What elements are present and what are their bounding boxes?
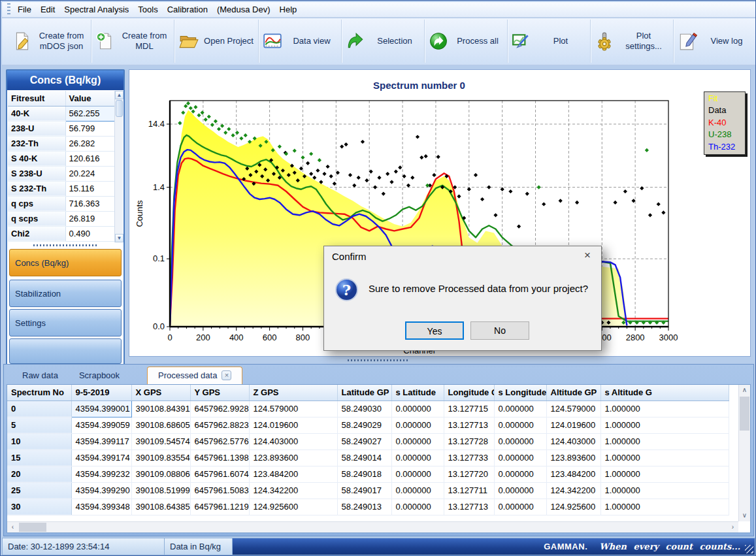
row-header-cell[interactable]: 10 bbox=[7, 433, 71, 450]
data-cell[interactable]: 58.249027 bbox=[337, 433, 391, 450]
data-cell[interactable]: 390108.84391 bbox=[131, 401, 190, 417]
menu-item-spectral-analysis[interactable]: Spectral Analysis bbox=[59, 3, 133, 16]
dialog-close-icon[interactable]: × bbox=[574, 246, 601, 266]
nav-button-stabilization[interactable]: Stabilization bbox=[9, 280, 122, 307]
row-header-cell[interactable]: 25 bbox=[7, 482, 71, 499]
data-cell[interactable]: 124.403000 bbox=[546, 433, 600, 450]
data-cell[interactable]: 0.000000 bbox=[391, 466, 444, 482]
data-cell[interactable]: 123.893600 bbox=[546, 450, 600, 466]
toolbar-button-open-project[interactable]: Open Project bbox=[174, 20, 258, 63]
data-cell[interactable]: 124.019600 bbox=[249, 417, 337, 433]
toolbar-button-create-from-mdl[interactable]: Create from MDL bbox=[91, 20, 174, 63]
tab-close-icon[interactable]: × bbox=[222, 370, 231, 380]
menu-item-help[interactable]: Help bbox=[275, 3, 302, 16]
data-cell[interactable]: 1.000000 bbox=[600, 482, 729, 499]
column-header[interactable]: Y GPS bbox=[190, 385, 249, 401]
no-button[interactable]: No bbox=[470, 321, 529, 340]
data-cell[interactable]: 0.000000 bbox=[494, 450, 546, 466]
scrollbar-thumb[interactable] bbox=[740, 397, 749, 431]
fitresult-scrollbar[interactable]: ▲ ▼ bbox=[114, 91, 123, 242]
data-cell[interactable]: 390109.83554 bbox=[131, 450, 190, 466]
data-cell[interactable]: 124.579000 bbox=[546, 401, 600, 417]
data-cell[interactable]: 0.000000 bbox=[494, 401, 546, 417]
data-cell[interactable]: 58.249018 bbox=[337, 466, 391, 482]
scroll-down-icon[interactable]: ▼ bbox=[115, 234, 123, 242]
column-header[interactable]: Altitude GP bbox=[546, 385, 600, 401]
toolbar-button-plot-settings[interactable]: Plot settings... bbox=[591, 20, 673, 63]
toolbar-button-selection[interactable]: Selection bbox=[342, 20, 424, 63]
data-cell[interactable]: 6457961.1219 bbox=[190, 499, 249, 515]
row-header-cell[interactable]: 20 bbox=[7, 466, 71, 482]
data-cell[interactable]: 0.000000 bbox=[391, 499, 444, 515]
data-cell[interactable]: 58.249017 bbox=[337, 482, 391, 499]
column-header[interactable]: Spectrum No bbox=[7, 385, 71, 401]
menu-grip-handle[interactable] bbox=[7, 3, 10, 15]
column-header[interactable]: 9-5-2019 bbox=[71, 385, 131, 401]
value-cell[interactable]: 562.255 bbox=[65, 106, 114, 121]
column-header[interactable]: X GPS bbox=[131, 385, 190, 401]
horizontal-splitter[interactable] bbox=[2, 357, 755, 363]
data-cell[interactable]: 0.000000 bbox=[494, 433, 546, 450]
data-cell[interactable]: 13.127715 bbox=[444, 401, 494, 417]
data-cell[interactable]: 43594.399232 bbox=[71, 466, 131, 482]
data-cell[interactable]: 124.342200 bbox=[546, 482, 600, 499]
tab-scrapbook[interactable]: Scrapbook bbox=[69, 367, 130, 384]
data-cell[interactable]: 1.000000 bbox=[600, 417, 729, 433]
scrollbar-thumb[interactable] bbox=[116, 100, 123, 117]
data-cell[interactable]: 58.249029 bbox=[337, 417, 391, 433]
scroll-right-icon[interactable]: › bbox=[727, 522, 738, 533]
nav-button-concs[interactable]: Concs (Bq/kg) bbox=[9, 249, 122, 276]
data-cell[interactable]: 0.000000 bbox=[494, 482, 546, 499]
value-cell[interactable]: 20.224 bbox=[65, 166, 114, 181]
value-cell[interactable]: 120.616 bbox=[65, 151, 114, 166]
data-cell[interactable]: 124.579000 bbox=[249, 401, 337, 417]
scroll-up-icon[interactable]: ▲ bbox=[115, 91, 123, 99]
data-cell[interactable]: 1.000000 bbox=[600, 499, 729, 515]
data-cell[interactable]: 0.000000 bbox=[391, 401, 444, 417]
value-cell[interactable]: 15.116 bbox=[65, 181, 114, 196]
menu-item-medusa-dev[interactable]: (Medusa Dev) bbox=[212, 3, 275, 16]
data-cell[interactable]: 0.000000 bbox=[391, 482, 444, 499]
resize-grip[interactable] bbox=[745, 545, 753, 553]
data-cell[interactable]: 13.127713 bbox=[444, 417, 494, 433]
data-cell[interactable]: 124.925600 bbox=[249, 499, 337, 515]
value-cell[interactable]: 26.282 bbox=[65, 136, 114, 151]
tab-processed-data[interactable]: Processed data × bbox=[147, 367, 242, 384]
data-cell[interactable]: 13.127713 bbox=[444, 499, 494, 515]
data-cell[interactable]: 390109.08806 bbox=[131, 466, 190, 482]
column-header[interactable]: Latitude GP bbox=[337, 385, 391, 401]
scroll-up-icon[interactable]: ∧ bbox=[739, 385, 750, 396]
data-cell[interactable]: 6457961.6074 bbox=[190, 466, 249, 482]
data-cell[interactable]: 13.127711 bbox=[444, 482, 494, 499]
data-cell[interactable]: 43594.399290 bbox=[71, 482, 131, 499]
data-cell[interactable]: 13.127720 bbox=[444, 466, 494, 482]
nav-button-settings[interactable]: Settings bbox=[9, 309, 122, 336]
data-cell[interactable]: 124.403000 bbox=[249, 433, 337, 450]
data-cell[interactable]: 390109.54574 bbox=[131, 433, 190, 450]
value-cell[interactable]: 56.799 bbox=[65, 121, 114, 136]
data-cell[interactable]: 6457962.9928 bbox=[190, 401, 249, 417]
data-cell[interactable]: 0.000000 bbox=[494, 466, 546, 482]
menu-item-edit[interactable]: Edit bbox=[36, 3, 59, 16]
value-cell[interactable]: 0.490 bbox=[65, 226, 114, 241]
data-cell[interactable]: 124.925600 bbox=[546, 499, 600, 515]
data-cell[interactable]: 390108.64385 bbox=[131, 499, 190, 515]
toolbar-button-process-all[interactable]: Process all bbox=[425, 20, 507, 63]
menu-item-tools[interactable]: Tools bbox=[133, 3, 162, 16]
table-vertical-scrollbar[interactable]: ∧ ∨ bbox=[738, 385, 750, 521]
data-cell[interactable]: 6457962.5776 bbox=[190, 433, 249, 450]
data-cell[interactable]: 13.127733 bbox=[444, 450, 494, 466]
menu-item-file[interactable]: File bbox=[13, 3, 36, 16]
scrollbar-thumb[interactable] bbox=[19, 523, 46, 532]
scroll-left-icon[interactable]: ‹ bbox=[7, 522, 18, 533]
tab-raw-data[interactable]: Raw data bbox=[12, 367, 69, 384]
data-cell[interactable]: 43594.399174 bbox=[71, 450, 131, 466]
data-cell[interactable]: 0.000000 bbox=[494, 499, 546, 515]
value-cell[interactable]: 716.363 bbox=[65, 196, 114, 211]
data-cell[interactable]: 123.893600 bbox=[249, 450, 337, 466]
data-cell[interactable]: 6457962.8823 bbox=[190, 417, 249, 433]
data-cell[interactable]: 0.000000 bbox=[391, 450, 444, 466]
menu-item-calibration[interactable]: Calibration bbox=[163, 3, 212, 16]
scroll-down-icon[interactable]: ∨ bbox=[739, 510, 750, 521]
data-cell[interactable]: 43594.399117 bbox=[71, 433, 131, 450]
